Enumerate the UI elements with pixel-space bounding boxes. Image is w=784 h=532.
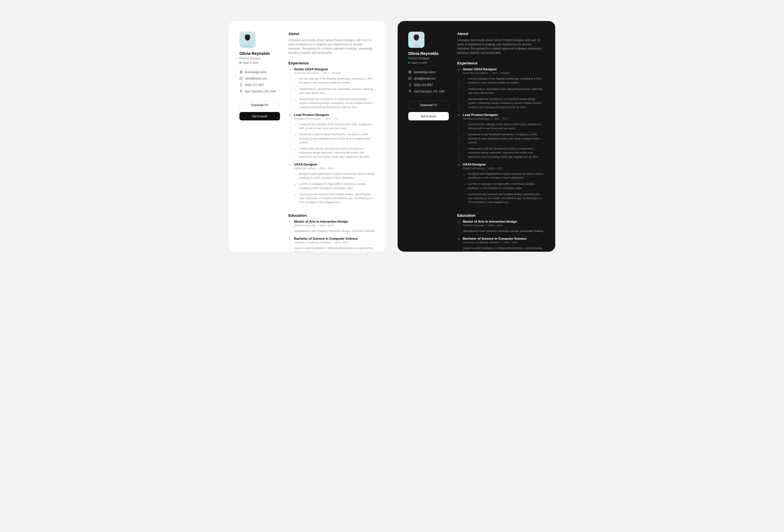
arrow-icon xyxy=(294,133,297,136)
download-cv-button[interactable]: Download CV xyxy=(408,101,449,109)
experience-timeline: Senior UX/UI DesignerTechPulse Innovatio… xyxy=(288,67,376,208)
experience-timeline: Senior UX/UI DesignerTechPulse Innovatio… xyxy=(457,67,544,208)
about-heading: About xyxy=(288,32,376,36)
resume-card-light: Olivia Reynolds Product Designer Open to… xyxy=(229,21,386,252)
contact-email[interactable]: olivia@email.com xyxy=(240,77,280,80)
contact-website[interactable]: boondesign.store xyxy=(240,70,280,74)
experience-item: UX/UI DesignerDigitalCraft Agency2010 – … xyxy=(288,163,376,208)
about-heading: About xyxy=(457,32,544,36)
contact-location: San Francisco, CA, USA xyxy=(408,90,449,93)
education-item: Master of Arts in Interaction DesignStan… xyxy=(288,220,376,237)
job-meta: TechPulse Innovations2017 – Present xyxy=(294,72,376,75)
bullet-item: Introduced a user feedback mechanism, re… xyxy=(463,133,544,144)
experience-heading: Experience xyxy=(457,61,544,65)
avatar xyxy=(408,32,424,48)
bullet-item: Conducted user research and usability te… xyxy=(294,192,376,204)
degree-title: Master of Arts in Interaction Design xyxy=(463,220,544,223)
education-item: Bachelor of Science in Computer ScienceU… xyxy=(288,237,376,252)
bullet-item: Implemented a streamlined user onboardin… xyxy=(463,87,544,95)
degree-desc: Specialized in user research, interactio… xyxy=(463,229,544,233)
arrow-icon xyxy=(294,98,297,101)
degree-meta: Stanford University2010 – 2012 xyxy=(294,224,376,227)
arrow-icon xyxy=(294,88,297,90)
arrow-icon xyxy=(294,193,297,196)
phone-icon xyxy=(240,83,243,86)
bullet-item: Led the UI redesign of a high-traffic e-… xyxy=(463,182,544,190)
bullet-item: Spearheaded the transition to a componen… xyxy=(463,97,544,109)
experience-heading: Experience xyxy=(288,61,376,65)
resume-card-dark: Olivia Reynolds Product Designer Open to… xyxy=(398,21,555,252)
job-bullets: Pioneered the redesign of the SaaS produ… xyxy=(463,122,544,159)
status-dot-icon xyxy=(408,62,410,63)
bullet-item: Conducted user research and usability te… xyxy=(463,192,544,204)
bullet-item: Collaborated with the development team t… xyxy=(294,147,376,159)
bullet-item: Led the redesign of the flagship mobile … xyxy=(463,77,544,85)
bullet-item: Designed and implemented creative soluti… xyxy=(463,172,544,180)
degree-desc: Gained a solid foundation in software de… xyxy=(463,246,544,252)
arrow-icon xyxy=(294,183,297,185)
arrow-icon xyxy=(463,77,466,80)
contact-email[interactable]: olivia@email.com xyxy=(408,77,449,80)
action-buttons: Download CV Get in touch xyxy=(240,101,280,120)
bullet-item: Designed and implemented creative soluti… xyxy=(294,172,376,180)
arrow-icon xyxy=(294,77,297,80)
get-in-touch-button[interactable]: Get in touch xyxy=(408,112,449,120)
bullet-item: Pioneered the redesign of the SaaS produ… xyxy=(294,122,376,131)
arrow-icon xyxy=(294,147,297,150)
degree-title: Bachelor of Science in Computer Science xyxy=(463,237,544,240)
status-dot-icon xyxy=(240,62,241,63)
bullet-item: Introduced a user feedback mechanism, re… xyxy=(294,133,376,144)
download-cv-button[interactable]: Download CV xyxy=(240,101,280,109)
globe-icon xyxy=(408,70,412,74)
education-timeline: Master of Arts in Interaction DesignStan… xyxy=(288,220,376,252)
arrow-icon xyxy=(463,183,466,185)
about-text: Innovative and results-driven Senior Pro… xyxy=(288,38,376,55)
svg-point-5 xyxy=(241,91,242,91)
main-content: About Innovative and results-driven Seni… xyxy=(457,32,544,252)
bullet-item: Led the redesign of the flagship mobile … xyxy=(294,77,376,85)
education-heading: Education xyxy=(288,213,376,218)
mail-icon xyxy=(240,77,243,80)
arrow-icon xyxy=(294,123,297,126)
job-title: Senior UX/UI Designer xyxy=(294,67,376,71)
job-bullets: Led the redesign of the flagship mobile … xyxy=(294,77,376,109)
arrow-icon xyxy=(463,172,466,175)
bullet-item: Spearheaded the transition to a componen… xyxy=(294,97,376,109)
bullet-item: Collaborated with the development team t… xyxy=(463,147,544,159)
education-item: Master of Arts in Interaction DesignStan… xyxy=(457,220,544,237)
job-title: Lead Product Designer xyxy=(463,113,544,116)
job-bullets: Pioneered the redesign of the SaaS produ… xyxy=(294,122,376,159)
avatar xyxy=(240,32,256,48)
arrow-icon xyxy=(463,193,466,196)
job-meta: TechPulse Innovations2017 – Present xyxy=(463,72,544,75)
contact-website[interactable]: boondesign.store xyxy=(408,70,449,74)
job-title: UX/UI Designer xyxy=(294,163,376,166)
experience-item: Lead Product DesignerNextWave Technologi… xyxy=(288,113,376,163)
person-name: Olivia Reynolds xyxy=(408,51,449,56)
arrow-icon xyxy=(463,147,466,150)
sidebar: Olivia Reynolds Product Designer Open to… xyxy=(408,32,449,252)
job-meta: DigitalCraft Agency2010 – 2013 xyxy=(294,167,376,170)
job-meta: DigitalCraft Agency2010 – 2013 xyxy=(463,167,544,170)
education-timeline: Master of Arts in Interaction DesignStan… xyxy=(457,220,544,252)
degree-desc: Gained a solid foundation in software de… xyxy=(294,246,376,252)
job-bullets: Designed and implemented creative soluti… xyxy=(294,172,376,204)
arrow-icon xyxy=(294,172,297,175)
sidebar: Olivia Reynolds Product Designer Open to… xyxy=(240,32,280,252)
action-buttons: Download CV Get in touch xyxy=(408,101,449,120)
bullet-item: Pioneered the redesign of the SaaS produ… xyxy=(463,122,544,131)
open-label: Open to work xyxy=(243,61,258,64)
person-role: Product Designer xyxy=(408,57,449,60)
experience-item: UX/UI DesignerDigitalCraft Agency2010 – … xyxy=(457,163,544,208)
contact-phone[interactable]: (555) 123-4567 xyxy=(240,83,280,86)
education-heading: Education xyxy=(457,213,544,218)
arrow-icon xyxy=(463,123,466,126)
job-title: UX/UI Designer xyxy=(463,163,544,166)
contact-phone[interactable]: (555) 123-4567 xyxy=(408,83,449,86)
person-name: Olivia Reynolds xyxy=(240,51,280,56)
globe-icon xyxy=(240,70,243,74)
experience-item: Senior UX/UI DesignerTechPulse Innovatio… xyxy=(288,67,376,113)
job-meta: NextWave Technologies2013 – 2017 xyxy=(463,117,544,120)
get-in-touch-button[interactable]: Get in touch xyxy=(240,112,280,120)
education-item: Bachelor of Science in Computer ScienceU… xyxy=(457,237,544,252)
